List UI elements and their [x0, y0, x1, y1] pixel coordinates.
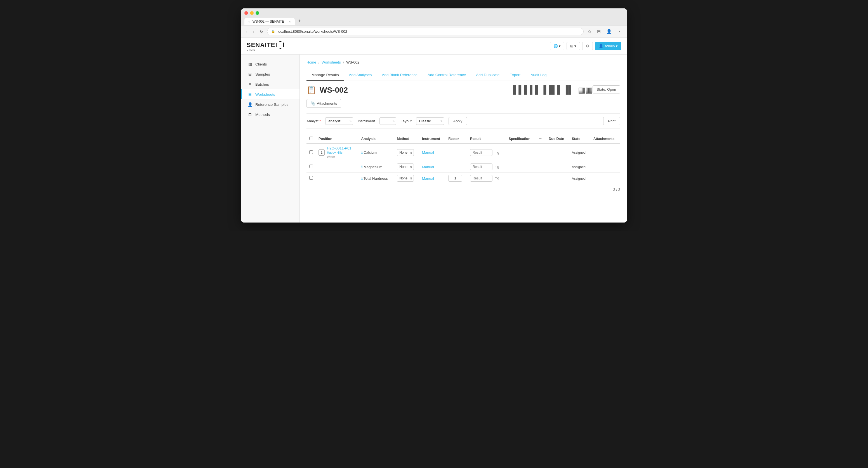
info-icon-magnesium: ℹ	[361, 165, 363, 169]
browser-tab[interactable]: ○ WS-002 — SENAITE ×	[244, 18, 295, 25]
attachments-icon: 📎	[311, 101, 315, 106]
tab-add-analyses[interactable]: Add Analyses	[344, 70, 377, 81]
lock-icon: 🔒	[271, 30, 275, 33]
worksheet-title: WS-002	[320, 86, 348, 95]
instrument-label: Instrument	[358, 119, 375, 123]
tab-export[interactable]: Export	[504, 70, 525, 81]
table-row: ℹ Magnesium None Manual	[307, 161, 620, 173]
analyst-form-row: Analyst * analyst1 Instrument Layout	[307, 113, 620, 129]
row-checkbox-3[interactable]	[309, 176, 313, 180]
col-attachments: Attachments	[591, 134, 620, 144]
url-text: localhost:8080/senaite/worksheets/WS-002	[277, 29, 347, 34]
new-tab-button[interactable]: +	[296, 17, 303, 25]
unit-magnesium: mg	[495, 165, 499, 169]
info-icon-total-hardness: ℹ	[361, 176, 363, 180]
reload-button[interactable]: ↻	[258, 29, 265, 34]
back-button[interactable]: ‹	[244, 29, 249, 34]
row-checkbox-2[interactable]	[309, 165, 313, 168]
samples-icon: ⊟	[247, 72, 252, 77]
tab-add-duplicate[interactable]: Add Duplicate	[471, 70, 504, 81]
result-input-total-hardness[interactable]	[470, 175, 492, 182]
col-method: Method	[394, 134, 419, 144]
tab-add-blank-reference[interactable]: Add Blank Reference	[377, 70, 423, 81]
barcode-icon[interactable]: ▌▌▌▌▌▐▐▌▌▐▌	[513, 85, 574, 95]
result-input-magnesium[interactable]	[470, 164, 492, 170]
instrument-select[interactable]	[379, 117, 396, 125]
maximize-button[interactable]	[256, 11, 259, 15]
forward-button[interactable]: ›	[251, 29, 256, 34]
extension-button[interactable]: ⊞	[595, 28, 602, 35]
tab-add-control-reference[interactable]: Add Control Reference	[423, 70, 471, 81]
client-link[interactable]: Happy Hills	[327, 151, 343, 154]
close-button[interactable]	[244, 11, 248, 15]
sidebar-item-methods[interactable]: ⊡ Methods	[241, 110, 300, 119]
instrument-link-magnesium[interactable]: Manual	[422, 165, 434, 169]
unit-total-hardness: mg	[495, 176, 499, 180]
worksheet-header: 📋 WS-002 ▌▌▌▌▌▐▐▌▌▐▌ ▦▦	[307, 85, 593, 95]
bookmark-button[interactable]: ☆	[586, 28, 593, 35]
method-select-calcium[interactable]: None	[397, 149, 414, 156]
user-icon: 👤	[599, 44, 603, 48]
sidebar-label-methods: Methods	[255, 113, 270, 117]
row-checkbox-1[interactable]	[309, 150, 313, 154]
method-select-wrap-total-hardness: None	[397, 175, 414, 182]
sidebar-label-reference-samples: Reference Samples	[255, 103, 288, 107]
grid-button[interactable]: ⊞ ▾	[566, 42, 580, 50]
sidebar-item-batches[interactable]: ≡ Batches	[241, 79, 300, 89]
sidebar-item-reference-samples[interactable]: 👤 Reference Samples	[241, 99, 300, 110]
profile-button[interactable]: 👤	[604, 28, 614, 35]
method-select-total-hardness[interactable]: None	[397, 175, 414, 182]
layout-select-wrap: Classic	[416, 117, 444, 125]
breadcrumb: Home / Worksheets / WS-002	[307, 60, 620, 64]
breadcrumb-worksheets[interactable]: Worksheets	[321, 60, 341, 64]
method-select-magnesium[interactable]: None	[397, 164, 414, 170]
result-input-calcium[interactable]	[470, 149, 492, 156]
tab-close-button[interactable]: ×	[289, 20, 291, 23]
analysis-name-magnesium: Magnesium	[364, 165, 382, 169]
settings-button[interactable]: ⚙	[582, 42, 593, 50]
user-menu-button[interactable]: 👤 admin ▾	[595, 42, 621, 50]
instrument-select-wrap	[379, 117, 396, 125]
globe-button[interactable]: 🌐 ▾	[550, 42, 565, 50]
analyst-select-wrap: analyst1	[325, 117, 353, 125]
worksheets-icon: ⊞	[247, 92, 252, 96]
factor-input-total-hardness[interactable]	[448, 175, 462, 182]
tab-audit-log[interactable]: Audit Log	[525, 70, 552, 81]
logo: SENAITE LIMS	[247, 41, 284, 51]
tab-manage-results[interactable]: Manage Results	[307, 70, 344, 81]
select-all-checkbox[interactable]	[309, 137, 313, 140]
apply-button[interactable]: Apply	[448, 117, 467, 125]
sidebar-label-worksheets: Worksheets	[255, 92, 275, 96]
table-row: 1 H2O-0011-P01 Happy Hills Water ℹ Calci…	[307, 144, 620, 161]
layout-select[interactable]: Classic	[416, 117, 444, 125]
pagination: 3 / 3	[307, 184, 620, 193]
worksheet-icon: 📋	[307, 85, 316, 95]
logo-hex	[276, 41, 284, 49]
app-body: ▦ Clients ⊟ Samples ≡ Batches ⊞ Workshee…	[241, 55, 627, 223]
minimize-button[interactable]	[250, 11, 254, 15]
results-table: Position Analysis Method Instrument Fact…	[307, 134, 620, 184]
sidebar-item-samples[interactable]: ⊟ Samples	[241, 69, 300, 79]
state-total-hardness: Assigned	[572, 177, 586, 180]
instrument-link-calcium[interactable]: Manual	[422, 150, 434, 154]
address-bar[interactable]: 🔒 localhost:8080/senaite/worksheets/WS-0…	[267, 28, 584, 35]
sample-id-link[interactable]: H2O-0011-P01	[327, 146, 351, 150]
print-button[interactable]: Print	[603, 117, 620, 125]
app-header: SENAITE LIMS 🌐 ▾ ⊞ ▾ ⚙ 👤 admin ▾	[241, 38, 627, 55]
sidebar-item-clients[interactable]: ▦ Clients	[241, 59, 300, 69]
type-link[interactable]: Water	[327, 155, 335, 158]
qr-icon[interactable]: ▦▦	[578, 85, 593, 95]
sidebar-item-worksheets[interactable]: ⊞ Worksheets	[241, 89, 300, 99]
unit-calcium: mg	[495, 151, 499, 154]
analyst-select[interactable]: analyst1	[325, 117, 353, 125]
attachments-button[interactable]: 📎 Attachments	[307, 99, 341, 108]
method-select-wrap-magnesium: None	[397, 164, 414, 170]
layout-label: Layout	[401, 119, 412, 123]
instrument-link-total-hardness[interactable]: Manual	[422, 176, 434, 180]
col-analysis: Analysis	[359, 134, 394, 144]
breadcrumb-home[interactable]: Home	[307, 60, 316, 64]
col-state: State	[569, 134, 591, 144]
col-specification: Specification	[506, 134, 536, 144]
col-due-date: Due Date	[546, 134, 569, 144]
menu-button[interactable]: ⋮	[616, 28, 624, 35]
